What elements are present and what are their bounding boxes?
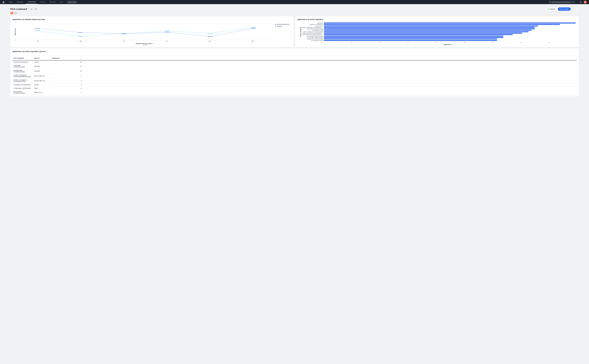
hbar-bar[interactable] [324,30,531,31]
owner-name: FDA [14,12,17,14]
table-row[interactable]: NICOTINE POLACRILEXP AND L16 [12,60,577,64]
hbar-category-label: METFORMIN HYDROCHLORIDE [302,28,324,30]
nav-item-answers[interactable]: ANSWERS [15,0,25,4]
table-row[interactable]: LIDOCAINE HYDROCHLORIDEHOSPIRA12 [12,64,577,69]
schedule-label: Schedule [549,8,555,10]
hbar-chart-plot[interactable] [324,22,576,41]
nav-item-spotiq[interactable]: SPOTIQ [39,0,47,4]
svg-point-11 [78,32,83,32]
cell-sponsor: MYLAN LABS LTD [33,78,51,83]
cell-applications: 8 [51,87,83,90]
svg-point-18 [121,33,126,34]
hbar-bar[interactable] [324,40,497,41]
x-tick: Jul [145,41,188,42]
arrow-up-icon [153,43,154,44]
line-chart-plot[interactable]: 0246 [16,22,274,40]
sort-indicator[interactable] [452,44,454,46]
hbar-bar[interactable] [324,32,522,34]
hbar-category-label: BUPROPION HYDROCHLORIDE [302,38,324,40]
hbar-category-label: AZITHROMYCIN [302,26,324,27]
owner-avatar[interactable]: F [10,12,13,14]
table-header-row: Active Ingredient Sponsor Applications [12,56,577,60]
table-row[interactable]: METHADONE HYDROCHLORIDESPECGX LLC7 [12,90,577,95]
hbar-bar[interactable] [324,34,513,35]
cell-applications: 16 [51,60,83,64]
col-header-applications[interactable]: Applications [51,56,83,60]
col-header-sponsor[interactable]: Sponsor [33,56,51,60]
x-tick: 80 [549,42,577,43]
save-button[interactable]: Save changes [558,7,571,11]
svg-point-15 [251,28,256,28]
hbar-bar[interactable] [324,28,535,29]
nav-item-monitor[interactable]: MONITOR [48,0,57,4]
legend-item[interactable]: PFIZER [275,26,292,27]
x-tick: 70 [520,42,549,43]
hbar-category-label: METHYLPHENIDATE HYDROCHLORIDE [302,31,324,32]
hbar-category-label: IBUPROFEN [302,22,324,24]
search-icon [549,1,551,3]
legend-dot [275,26,276,27]
schedule-button[interactable]: Schedule [545,7,557,11]
edit-button[interactable] [34,7,37,11]
nav-item-home[interactable]: HOME [7,0,14,4]
x-tick: May [60,41,102,42]
app-logo[interactable] [2,1,5,3]
svg-point-14 [207,36,213,37]
svg-point-9 [577,9,578,9]
x-tick: Sep [231,41,274,42]
svg-point-20 [207,33,213,33]
share-icon [572,8,574,10]
share-button[interactable] [572,7,575,11]
hbar-category-label: FLUOXETINE HYDROCHLORIDE [302,37,324,38]
table-row[interactable]: ETHINYL ESTRADIOL; NORETHINDRONE ACETATE… [12,74,577,78]
hbar-bar[interactable] [324,37,503,38]
sort-indicator[interactable] [152,43,154,45]
svg-marker-2 [31,8,32,10]
cell-ingredient: LIDOCAINE HYDROCHLORIDE [12,64,33,69]
calendar-icon [547,8,549,10]
more-button[interactable] [576,7,579,11]
hbar-bar[interactable] [324,26,538,26]
arrow-down-icon [80,58,81,59]
cell-ingredient: ETHINYL ESTRADIOL; LEVONORGESTREL [12,78,33,83]
col-header-ingredient[interactable]: Active Ingredient [12,56,33,60]
table-row[interactable]: CLOBETASOL PROPIONATETARO8 [12,87,577,90]
hbar-bar[interactable] [324,31,529,32]
x-axis-title: Monthly Submission Date for 2021 [16,43,274,46]
table-row[interactable]: CLINDAMYCIN PHOSPHATEPFIZER8 [12,83,577,87]
y-tick: 0 [15,39,16,41]
legend-item[interactable]: GLAXOSMITHKLINE [275,24,292,25]
favorite-button[interactable] [30,7,33,11]
top-navbar: HOMEANSWERSLIVEBOARDSSPOTIQMONITORDATA S… [0,0,589,4]
owner-row: F FDA [10,11,579,16]
user-avatar[interactable]: F [584,1,587,4]
title-dropdown-caret[interactable] [28,8,29,10]
global-search-input[interactable]: Search answers and Liveboards [548,1,576,3]
cell-applications: 8 [51,83,83,86]
cell-sponsor: HOSPIRA [33,69,51,73]
card-title: Applications by Active Ingredient, Spons… [12,51,577,52]
table-row[interactable]: BUPIVACAINE HYDROCHLORIDEHOSPIRA12 [12,69,577,74]
hbar-bar[interactable] [324,27,535,28]
nav-item-data[interactable]: DATA [58,0,65,4]
hbar-bar[interactable] [324,38,497,39]
svg-point-8 [577,9,577,9]
x-tick: Aug [188,41,231,42]
cell-applications: 8 [51,78,83,83]
cell-applications: 12 [51,69,83,73]
y-tick: 4 [15,28,16,29]
help-button[interactable]: ? [579,1,582,4]
x-tick: 10 [351,42,379,43]
x-tick: Jun [102,41,145,42]
cell-sponsor: PFIZER [33,83,51,86]
hbar-bar[interactable] [324,24,560,25]
search-data-button[interactable]: Search data [66,0,78,4]
svg-line-1 [550,2,551,2]
nav-item-liveboards[interactable]: LIVEBOARDS [26,0,38,4]
hbar-bar[interactable] [324,36,503,37]
svg-point-13 [164,32,170,32]
hbar-bar[interactable] [324,22,576,24]
svg-point-21 [251,27,256,28]
table-row[interactable]: ETHINYL ESTRADIOL; LEVONORGESTRELMYLAN L… [12,78,577,83]
card-title: Applications by Active Ingredient [297,19,577,20]
